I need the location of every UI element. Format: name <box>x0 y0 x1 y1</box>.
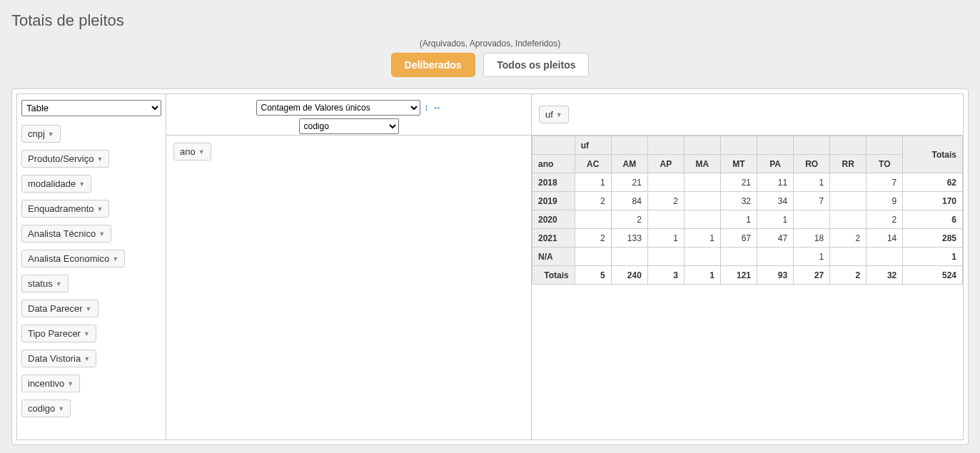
pivot-cell <box>647 210 684 229</box>
field-filter-icon[interactable]: ▼ <box>84 355 90 362</box>
pivot-cell <box>647 248 684 266</box>
row-total: 62 <box>903 173 963 192</box>
pivot-cell <box>794 210 830 229</box>
pivot-cell: 9 <box>867 192 903 210</box>
field-label: incentivo <box>28 378 64 389</box>
col-total-cell: 93 <box>757 266 794 285</box>
page-title: Totais de pleitos <box>11 11 969 30</box>
field-filter-icon[interactable]: ▼ <box>58 405 64 412</box>
deliberados-button[interactable]: Deliberados <box>391 53 475 77</box>
col-totals-header: Totais <box>532 266 575 285</box>
row-header-2018: 2018 <box>532 173 575 192</box>
field-label: Data Parecer <box>28 303 83 314</box>
pivot-cell <box>830 192 867 210</box>
pivot-cell: 1 <box>684 229 720 248</box>
pivot-cell: 1 <box>647 229 684 248</box>
col-header-RO: RO <box>794 155 830 173</box>
col-header-TO: TO <box>867 155 903 173</box>
pivot-cell: 7 <box>867 173 903 192</box>
pivot-cell <box>575 248 611 266</box>
row-header-2020: 2020 <box>532 210 575 229</box>
field-cnpj[interactable]: cnpj▼ <box>21 125 61 143</box>
field-filter-icon[interactable]: ▼ <box>48 131 54 138</box>
field-filter-icon[interactable]: ▼ <box>556 111 562 118</box>
field-analista-t-cnico[interactable]: Analista Técnico▼ <box>21 225 111 243</box>
field-enquadramento[interactable]: Enquadramento▼ <box>21 200 109 218</box>
col-total-cell: 5 <box>575 266 611 285</box>
pivot-cell: 34 <box>757 192 794 210</box>
pivot-cell: 32 <box>720 192 757 210</box>
pivot-cell: 18 <box>794 229 830 248</box>
renderer-select[interactable]: Table <box>21 100 161 116</box>
field-analista-economico[interactable]: Analista Economico▼ <box>21 250 125 268</box>
aggregator-area: Contagem de Valores únicos ↕ ↔ codigo <box>166 94 531 136</box>
field-uf[interactable]: uf▼ <box>539 106 569 123</box>
pivot-cell: 84 <box>611 192 647 210</box>
field-tipo-parecer[interactable]: Tipo Parecer▼ <box>21 325 96 342</box>
unused-fields-zone[interactable]: cnpj▼Produto/Serviço▼modalidade▼Enquadra… <box>21 125 161 417</box>
field-filter-icon[interactable]: ▼ <box>84 330 90 337</box>
field-incentivo[interactable]: incentivo▼ <box>21 375 80 392</box>
row-header-2021: 2021 <box>532 229 575 248</box>
field-label: uf <box>545 109 553 120</box>
pivot-cell <box>611 248 647 266</box>
field-status[interactable]: status▼ <box>21 275 69 292</box>
filter-toggle-group: Deliberados Todos os pleitos <box>11 53 969 77</box>
pivot-cell: 47 <box>757 229 794 248</box>
row-total: 170 <box>903 192 963 210</box>
todos-pleitos-button[interactable]: Todos os pleitos <box>483 53 589 77</box>
field-filter-icon[interactable]: ▼ <box>97 205 103 213</box>
field-modalidade[interactable]: modalidade▼ <box>21 175 91 193</box>
col-header-PA: PA <box>757 155 794 173</box>
row-totals-header: Totais <box>903 136 963 173</box>
sort-cols-icon[interactable]: ↔ <box>433 103 442 113</box>
field-filter-icon[interactable]: ▼ <box>56 280 62 287</box>
pivot-cell <box>684 192 720 210</box>
pivot-panel: Table cnpj▼Produto/Serviço▼modalidade▼En… <box>11 88 969 445</box>
sort-rows-icon[interactable]: ↕ <box>425 103 429 113</box>
pivot-cell: 1 <box>757 210 794 229</box>
pivot-cell <box>867 248 903 266</box>
field-ano[interactable]: ano▼ <box>173 143 211 161</box>
pivot-cell: 2 <box>867 210 903 229</box>
field-filter-icon[interactable]: ▼ <box>86 305 92 312</box>
field-label: Enquadramento <box>28 203 94 214</box>
col-total-cell: 1 <box>684 266 720 285</box>
pivot-cell: 2 <box>647 192 684 210</box>
field-filter-icon[interactable]: ▼ <box>198 148 205 156</box>
field-data-parecer[interactable]: Data Parecer▼ <box>21 300 98 317</box>
pivot-cell: 7 <box>794 192 830 210</box>
row-header-2019: 2019 <box>532 192 575 210</box>
col-fields-zone[interactable]: uf▼ <box>532 94 963 136</box>
field-filter-icon[interactable]: ▼ <box>79 180 85 188</box>
pivot-cell <box>647 173 684 192</box>
pivot-cell <box>830 210 867 229</box>
pivot-cell <box>830 248 867 266</box>
field-produto-servi-o[interactable]: Produto/Serviço▼ <box>21 150 109 168</box>
field-filter-icon[interactable]: ▼ <box>97 156 103 163</box>
col-header-AM: AM <box>611 155 647 173</box>
row-header-N/A: N/A <box>532 248 575 266</box>
field-filter-icon[interactable]: ▼ <box>112 255 118 263</box>
field-codigo[interactable]: codigo▼ <box>21 399 71 417</box>
field-filter-icon[interactable]: ▼ <box>98 230 105 238</box>
pivot-left-column: Table cnpj▼Produto/Serviço▼modalidade▼En… <box>16 93 166 440</box>
field-label: modalidade <box>28 178 76 189</box>
pivot-cell <box>684 248 720 266</box>
field-label: status <box>28 278 53 289</box>
col-total-cell: 27 <box>794 266 830 285</box>
pivot-cell <box>684 210 720 229</box>
col-header-AP: AP <box>647 155 684 173</box>
field-label: Produto/Serviço <box>28 153 94 164</box>
field-filter-icon[interactable]: ▼ <box>67 380 74 387</box>
subtitle: (Arquivados, Aprovados, Indeferidos) <box>11 39 969 49</box>
aggregator-value-select[interactable]: codigo <box>299 118 399 134</box>
row-fields-zone[interactable]: ano▼ <box>166 136 531 439</box>
row-total: 285 <box>903 229 963 248</box>
field-label: Tipo Parecer <box>28 328 81 339</box>
field-data-vistoria[interactable]: Data Vistoria▼ <box>21 350 96 367</box>
col-total-cell: 3 <box>647 266 684 285</box>
aggregator-select[interactable]: Contagem de Valores únicos <box>256 100 420 116</box>
field-label: Data Vistoria <box>28 353 81 364</box>
pivot-cell: 1 <box>794 173 830 192</box>
